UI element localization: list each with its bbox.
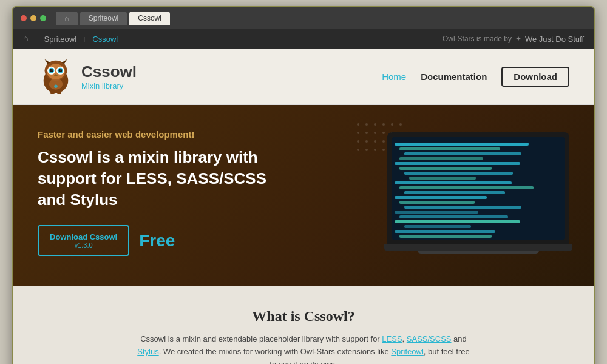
sass-link[interactable]: SASS/SCSS — [407, 334, 452, 343]
site-topbar: ⌂ | Spriteowl | Cssowl Owl-Stars is made… — [13, 29, 594, 49]
hero-actions: Download Cssowl v1.3.0 Free — [38, 225, 299, 256]
hero-right — [387, 132, 569, 254]
laptop-stand — [418, 251, 539, 254]
content-section: What is Cssowl? Cssowl is a mixin and ex… — [13, 286, 594, 364]
maximize-dot[interactable] — [40, 15, 46, 21]
svg-point-10 — [59, 69, 63, 73]
svg-rect-16 — [57, 92, 61, 94]
logo-area: Cssowl Mixin library — [38, 58, 137, 95]
hero-section: Faster and easier web development! Cssow… — [13, 105, 594, 286]
logo-text: Cssowl Mixin library — [81, 62, 137, 90]
laptop-illustration — [387, 132, 569, 254]
spriteowl-link[interactable]: Spriteowl — [391, 347, 423, 356]
hero-left: Faster and easier web development! Cssow… — [38, 129, 299, 256]
hero-download-button[interactable]: Download Cssowl v1.3.0 — [38, 225, 129, 256]
site-header: Cssowl Mixin library Home Documentation … — [13, 49, 594, 105]
nav-download-button[interactable]: Download — [501, 67, 569, 87]
laptop-screen — [387, 132, 569, 244]
topbar-made-by: Owl-Stars is made by — [443, 35, 512, 43]
tab-cssowl[interactable]: Cssowl — [129, 12, 170, 25]
browser-dots — [21, 15, 46, 21]
laptop-base — [384, 244, 572, 251]
less-link[interactable]: LESS — [382, 334, 402, 343]
section-title: What is Cssowl? — [38, 308, 569, 325]
nav-docs-link[interactable]: Documentation — [421, 72, 487, 82]
hero-free-label: Free — [139, 231, 175, 251]
svg-point-14 — [49, 78, 63, 89]
stylus-link[interactable]: Stylus — [137, 347, 158, 356]
logo-subtitle: Mixin library — [81, 81, 137, 90]
section-description: Cssowl is a mixin and extendable placeho… — [134, 333, 473, 364]
browser-tabs: ⌂ Spriteowl Cssowl — [56, 12, 170, 25]
hero-title: Cssowl is a mixin library with support f… — [38, 147, 299, 211]
svg-rect-15 — [50, 92, 55, 94]
svg-point-9 — [50, 69, 53, 73]
site-nav: Home Documentation Download — [382, 67, 569, 87]
svg-point-12 — [60, 69, 61, 70]
browser-bar: ⌂ Spriteowl Cssowl — [13, 7, 594, 29]
tab-home[interactable]: ⌂ — [56, 12, 78, 25]
topbar-cssowl-link[interactable]: Cssowl — [92, 35, 118, 44]
star-icon: ✦ — [515, 35, 521, 44]
topbar-home-icon[interactable]: ⌂ — [23, 34, 28, 44]
topbar-left: ⌂ | Spriteowl | Cssowl — [23, 34, 118, 44]
hero-tagline: Faster and easier web development! — [38, 129, 299, 140]
topbar-spriteowl-link[interactable]: Spriteowl — [44, 35, 76, 44]
topbar-wjds-link[interactable]: We Just Do Stuff — [525, 35, 584, 44]
minimize-dot[interactable] — [30, 15, 36, 21]
svg-point-17 — [54, 84, 58, 88]
logo-title: Cssowl — [81, 62, 137, 81]
nav-home-link[interactable]: Home — [382, 72, 406, 82]
home-icon: ⌂ — [64, 14, 69, 23]
tab-spriteowl[interactable]: Spriteowl — [80, 12, 127, 25]
laptop-screen-content — [392, 137, 565, 240]
close-dot[interactable] — [21, 15, 27, 21]
owl-logo — [38, 58, 74, 95]
browser-frame: ⌂ Spriteowl Cssowl ⌂ | Spriteowl | Cssow… — [12, 6, 595, 364]
topbar-right: Owl-Stars is made by ✦ We Just Do Stuff — [443, 35, 584, 44]
svg-point-11 — [52, 69, 53, 70]
